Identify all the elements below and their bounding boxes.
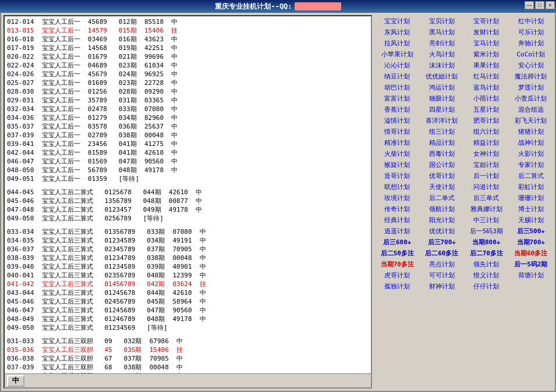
plan-link[interactable]: 组三计划 [420, 127, 464, 137]
plan-link[interactable]: 战神计划 [509, 138, 553, 148]
plan-link[interactable]: 后三500+ [509, 226, 553, 236]
plan-link[interactable]: 红马计划 [465, 72, 508, 81]
minimize-button[interactable]: — [525, 1, 534, 9]
plan-link[interactable]: 惜义计划 [465, 270, 508, 280]
plan-link[interactable]: 后三单式 [465, 193, 508, 203]
plan-link[interactable]: 精益计划 [465, 138, 508, 148]
plan-link[interactable]: 可可计划 [420, 270, 464, 280]
plan-link[interactable]: 拉风计划 [376, 38, 419, 48]
plan-link[interactable]: 四星计划 [420, 105, 464, 115]
plan-link[interactable]: 彩飞天计划 [509, 116, 553, 126]
plan-link[interactable]: 亮剑计划 [420, 38, 464, 48]
plan-link[interactable]: 情哥计划 [376, 127, 419, 137]
plan-link[interactable]: 胡巴计划 [376, 83, 419, 92]
plan-link[interactable]: 独眼计划 [420, 94, 464, 104]
plan-link[interactable]: 专家计划 [509, 160, 553, 170]
plan-link[interactable]: 亮点计划 [420, 259, 464, 269]
plan-link[interactable]: 财神计划 [420, 281, 464, 291]
plan-link[interactable]: 优优姐计划 [420, 72, 464, 81]
plan-link[interactable]: 博士计划 [509, 204, 553, 214]
plan-link[interactable]: 发财计划 [465, 27, 508, 37]
plan-link[interactable]: 紫米计划 [465, 49, 508, 59]
plan-link[interactable]: 造哥计划 [376, 171, 419, 181]
plan-link[interactable]: 猪猪计划 [509, 127, 553, 137]
plan-link[interactable]: 领航计划 [420, 204, 464, 214]
plan-link[interactable]: 后二算式 [509, 171, 553, 181]
plan-link[interactable]: 富富计划 [376, 94, 419, 104]
plan-link[interactable]: 肥哥计划 [465, 116, 508, 126]
plan-link[interactable]: 黑马计划 [420, 27, 464, 37]
plan-link[interactable]: 混合组选 [509, 105, 553, 115]
plan-link[interactable]: 玫境计划 [376, 193, 419, 203]
plan-link[interactable]: 喜洋洋计划 [420, 116, 464, 126]
plan-link[interactable]: 孤独计划 [376, 281, 419, 291]
plan-link[interactable]: 五星计划 [465, 105, 508, 115]
plan-link[interactable]: 小雨计划 [465, 94, 508, 104]
plan-link[interactable]: 红中计划 [509, 16, 553, 26]
plan-link[interactable]: 精品计划 [420, 138, 464, 148]
plan-link[interactable]: 组六计划 [465, 127, 508, 137]
plan-link[interactable]: 安心计划 [509, 60, 553, 70]
plan-link[interactable]: CoCo计划 [509, 49, 553, 59]
plan-link[interactable]: 纳豆计划 [376, 72, 419, 81]
plan-link[interactable]: 宝妲计划 [465, 160, 508, 170]
plan-link[interactable]: 香蕉计划 [376, 105, 419, 115]
plan-link[interactable]: 优哥计划 [420, 171, 464, 181]
plan-link[interactable]: 奔驰计划 [509, 38, 553, 48]
plan-link[interactable]: 后三600+ [376, 237, 419, 247]
plan-link[interactable]: 传奇计划 [376, 204, 419, 214]
plan-link[interactable]: 天赐计划 [509, 215, 553, 225]
plan-link[interactable]: 天使计划 [420, 182, 464, 192]
plan-link[interactable]: 梦莲计划 [509, 83, 553, 92]
plan-link[interactable]: 珊珊计划 [509, 193, 553, 203]
plan-link[interactable]: 小苹果计划 [376, 49, 419, 59]
plan-link[interactable]: 后三700+ [420, 237, 464, 247]
plan-link[interactable]: 国公计划 [420, 160, 464, 170]
plan-link[interactable]: 蓝鸟计划 [465, 83, 508, 92]
plan-link[interactable]: 后一计划 [465, 171, 508, 181]
plan-link[interactable]: 领先计划 [465, 259, 508, 269]
plan-link[interactable]: 当期70多注 [376, 259, 419, 269]
plan-link[interactable]: 后一5码3期 [465, 226, 508, 236]
plan-link[interactable]: 沫沫计划 [420, 60, 464, 70]
plan-link[interactable]: 猴旋计划 [376, 160, 419, 170]
plan-link[interactable]: 当期800+ [465, 237, 508, 247]
plan-link[interactable]: 火鸟计划 [420, 49, 464, 59]
plan-link[interactable]: 火影计划 [509, 149, 553, 159]
plan-link[interactable]: 优优计划 [420, 226, 464, 236]
plan-link[interactable]: 彩虹计划 [509, 182, 553, 192]
plan-link[interactable]: 后二70多注 [465, 248, 508, 258]
plan-link[interactable]: 火柴计划 [376, 149, 419, 159]
plan-link[interactable]: 西毒计划 [420, 149, 464, 159]
plan-link[interactable]: 后二单式 [420, 193, 464, 203]
plan-link[interactable]: 宝马计划 [465, 38, 508, 48]
status-button[interactable]: 中 [7, 375, 24, 387]
plan-link[interactable]: 后一5码2期 [509, 259, 553, 269]
plan-link[interactable]: 阳光计划 [420, 215, 464, 225]
plan-link[interactable]: 女神计划 [465, 149, 508, 159]
plan-link[interactable]: 问道计划 [465, 182, 508, 192]
close-button[interactable]: × [546, 1, 555, 9]
plan-link[interactable]: 当期700+ [509, 237, 553, 247]
plan-link[interactable]: 可乐计划 [509, 27, 553, 37]
plan-link[interactable]: 宝贝计划 [420, 16, 464, 26]
plan-link[interactable]: 果果计划 [465, 60, 508, 70]
restore-button[interactable]: □ [535, 1, 544, 9]
plan-link[interactable]: 后二60多注 [420, 248, 464, 258]
plan-link[interactable]: 仔仔计划 [465, 281, 508, 291]
plan-link[interactable]: 宝哥计划 [465, 16, 508, 26]
left-scroll-area[interactable]: 012-014 宝宝人工后一 45689 012期 85518 中013-015… [5, 16, 371, 373]
plan-link[interactable]: 逍遥计划 [376, 226, 419, 236]
plan-link[interactable]: 魔法师计划 [509, 72, 553, 81]
plan-link[interactable]: 荷塘计划 [509, 270, 553, 280]
plan-link[interactable]: 联想计划 [376, 182, 419, 192]
plan-link[interactable]: 中三计划 [465, 215, 508, 225]
plan-link[interactable]: 东风计划 [376, 27, 419, 37]
plan-link[interactable]: 经典计划 [376, 215, 419, 225]
plan-link[interactable]: 鸿运计划 [420, 83, 464, 92]
plan-link[interactable]: 当期60多注 [509, 248, 553, 258]
plan-link[interactable]: 后二50多注 [376, 248, 419, 258]
plan-link[interactable]: 雅典娜计划 [465, 204, 508, 214]
plan-link[interactable]: 小萱瓜计划 [509, 94, 553, 104]
plan-link[interactable]: 溢情计划 [376, 116, 419, 126]
